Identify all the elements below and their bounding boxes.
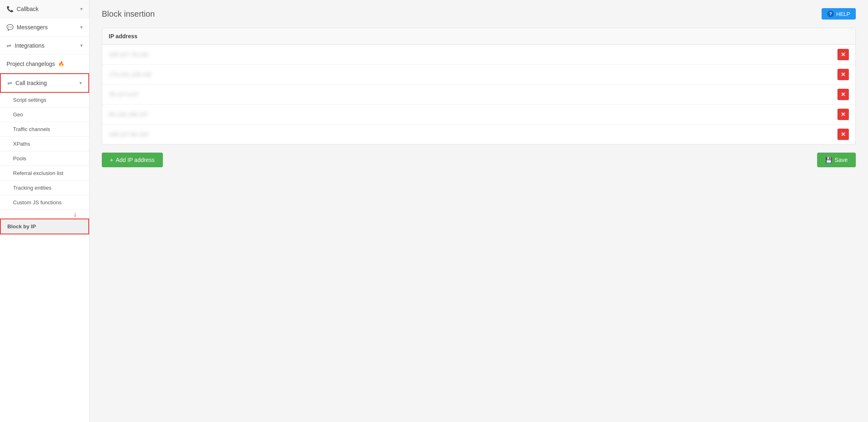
chevron-down-icon: ▾ <box>80 24 83 30</box>
table-row: 109.227.92.224 ✕ <box>102 125 855 144</box>
sidebar: 📞 Callback ▾ 💬 Messengers ▾ ⇌ Integratio… <box>0 0 90 422</box>
add-ip-address-button[interactable]: + Add IP address <box>102 153 163 167</box>
add-button-label: Add IP address <box>116 157 154 163</box>
sidebar-subitem-geo[interactable]: Geo <box>0 107 89 122</box>
ip-value: 109.227.92.224 <box>109 131 837 138</box>
sidebar-item-integrations[interactable]: ⇌ Integrations ▾ <box>0 37 89 55</box>
delete-row-3-button[interactable]: ✕ <box>837 109 849 120</box>
integrations-icon: ⇌ <box>7 42 11 49</box>
ip-address-column-header: IP address <box>109 33 138 39</box>
table-header: IP address <box>102 28 855 45</box>
sidebar-item-messengers-label: Messengers <box>17 24 48 31</box>
main-content: Block insertion ? HELP IP address 109.22… <box>90 0 868 422</box>
page-header: Block insertion ? HELP <box>102 8 856 20</box>
sidebar-item-callback[interactable]: 📞 Callback ▾ <box>0 0 89 18</box>
actions-row: + Add IP address 💾 Save <box>102 144 856 171</box>
page-title: Block insertion <box>102 9 155 19</box>
sidebar-subitem-traffic-channels[interactable]: Traffic channels <box>0 122 89 137</box>
changelog-badge-icon: 🔥 <box>58 61 64 67</box>
sidebar-item-messengers[interactable]: 💬 Messengers ▾ <box>0 18 89 37</box>
ip-value: 95.134.198.147 <box>109 111 837 118</box>
sidebar-subitem-custom-js-functions[interactable]: Custom JS functions <box>0 195 89 210</box>
table-row: 176.241.128.140 ✕ <box>102 65 855 85</box>
table-row: 95.134.198.147 ✕ <box>102 105 855 125</box>
save-button[interactable]: 💾 Save <box>817 153 856 167</box>
sidebar-subitem-referral-exclusion-list[interactable]: Referral exclusion list <box>0 166 89 181</box>
delete-row-0-button[interactable]: ✕ <box>837 49 849 60</box>
messengers-icon: 💬 <box>7 24 13 31</box>
help-button[interactable]: ? HELP <box>822 8 856 20</box>
sidebar-subitem-tracking-entities[interactable]: Tracking entities <box>0 181 89 195</box>
delete-row-4-button[interactable]: ✕ <box>837 129 849 140</box>
sidebar-item-call-tracking-label: Call tracking <box>15 80 47 86</box>
arrow-down-indicator: ↓ <box>0 210 89 219</box>
sidebar-subitem-block-by-ip[interactable]: Block by IP <box>0 219 89 234</box>
chevron-down-icon: ▾ <box>80 43 83 48</box>
ip-table-card: IP address 109.227.78.142 ✕ 176.241.128.… <box>102 28 856 144</box>
chevron-down-icon: ▾ <box>79 80 82 86</box>
ip-value: 176.241.128.140 <box>109 71 837 78</box>
save-icon: 💾 <box>825 157 832 163</box>
delete-row-1-button[interactable]: ✕ <box>837 69 849 80</box>
sidebar-item-callback-label: Callback <box>17 6 39 12</box>
save-button-label: Save <box>835 157 848 163</box>
chevron-down-icon: ▾ <box>80 6 83 12</box>
sidebar-subitem-pools[interactable]: Pools <box>0 151 89 166</box>
sidebar-subitem-script-settings[interactable]: Script settings <box>0 93 89 107</box>
ip-value: 78.137.6.67 <box>109 91 837 98</box>
delete-row-2-button[interactable]: ✕ <box>837 89 849 100</box>
sidebar-item-changelogs-label: Project changelogs <box>7 61 55 67</box>
sidebar-item-integrations-label: Integrations <box>15 42 44 49</box>
sidebar-item-call-tracking[interactable]: ⇌ Call tracking ▾ <box>0 73 89 93</box>
sidebar-item-project-changelogs[interactable]: Project changelogs 🔥 <box>0 55 89 73</box>
help-icon: ? <box>827 11 834 17</box>
table-row: 78.137.6.67 ✕ <box>102 85 855 105</box>
callback-icon: 📞 <box>7 6 13 12</box>
plus-icon: + <box>110 157 113 163</box>
sidebar-subitem-xpaths[interactable]: XPaths <box>0 137 89 151</box>
table-row: 109.227.78.142 ✕ <box>102 45 855 65</box>
call-tracking-icon: ⇌ <box>7 80 12 86</box>
ip-value: 109.227.78.142 <box>109 51 837 58</box>
